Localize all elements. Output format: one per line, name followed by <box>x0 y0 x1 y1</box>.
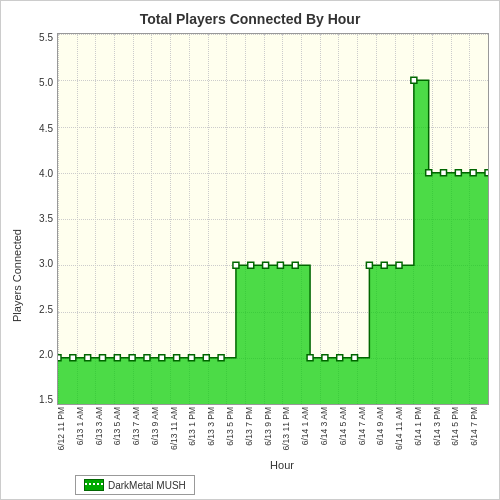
svg-rect-3 <box>99 355 105 361</box>
x-tick: 6/14 5 AM <box>339 407 348 445</box>
svg-rect-23 <box>396 262 402 268</box>
svg-rect-21 <box>366 262 372 268</box>
svg-rect-22 <box>381 262 387 268</box>
svg-rect-9 <box>188 355 194 361</box>
x-tick: 6/13 7 AM <box>132 407 141 445</box>
x-tick: 6/13 9 AM <box>151 407 160 445</box>
x-axis-label: Hour <box>29 459 489 471</box>
y-axis-label: Players Connected <box>11 33 29 499</box>
svg-rect-27 <box>455 170 461 176</box>
x-tick: 6/14 5 PM <box>451 407 460 446</box>
y-tick: 4.0 <box>39 169 53 179</box>
svg-rect-26 <box>441 170 447 176</box>
svg-rect-12 <box>233 262 239 268</box>
svg-rect-28 <box>470 170 476 176</box>
x-tick: 6/13 3 AM <box>95 407 104 445</box>
x-tick: 6/13 11 PM <box>282 407 291 450</box>
y-tick: 2.0 <box>39 350 53 360</box>
svg-rect-13 <box>248 262 254 268</box>
x-tick: 6/14 7 PM <box>470 407 479 446</box>
x-tick: 6/13 3 PM <box>207 407 216 446</box>
svg-rect-1 <box>70 355 76 361</box>
legend-icon <box>84 479 104 491</box>
y-tick: 5.0 <box>39 78 53 88</box>
y-tick: 5.5 <box>39 33 53 43</box>
chart-title: Total Players Connected By Hour <box>140 11 361 27</box>
svg-rect-25 <box>426 170 432 176</box>
svg-rect-2 <box>85 355 91 361</box>
x-ticks: 6/12 11 PM6/13 1 AM6/13 3 AM6/13 5 AM6/1… <box>57 407 489 457</box>
svg-rect-19 <box>337 355 343 361</box>
y-tick: 2.5 <box>39 305 53 315</box>
x-tick: 6/14 1 AM <box>301 407 310 445</box>
y-tick: 3.0 <box>39 259 53 269</box>
plot-area <box>57 33 489 405</box>
svg-rect-7 <box>159 355 165 361</box>
svg-rect-15 <box>277 262 283 268</box>
x-tick: 6/13 5 AM <box>113 407 122 445</box>
svg-rect-5 <box>129 355 135 361</box>
svg-rect-4 <box>114 355 120 361</box>
x-ticks-row: 6/12 11 PM6/13 1 AM6/13 3 AM6/13 5 AM6/1… <box>29 407 489 457</box>
x-tick: 6/14 3 AM <box>320 407 329 445</box>
y-tick: 4.5 <box>39 124 53 134</box>
plot-area-wrapper: 5.55.04.54.03.53.02.52.01.5 <box>29 33 489 405</box>
x-tick: 6/14 1 PM <box>414 407 423 446</box>
svg-rect-14 <box>263 262 269 268</box>
x-tick: 6/13 5 PM <box>226 407 235 446</box>
svg-rect-16 <box>292 262 298 268</box>
chart-body: Players Connected 5.55.04.54.03.53.02.52… <box>11 33 489 499</box>
svg-rect-11 <box>218 355 224 361</box>
svg-rect-24 <box>411 77 417 83</box>
chart-svg <box>58 34 488 404</box>
x-tick: 6/14 7 AM <box>358 407 367 445</box>
x-tick: 6/13 11 AM <box>170 407 179 450</box>
x-tick: 6/14 9 AM <box>376 407 385 445</box>
x-ticks-spacer <box>29 407 57 457</box>
svg-rect-18 <box>322 355 328 361</box>
y-ticks: 5.55.04.54.03.53.02.52.01.5 <box>29 33 57 405</box>
y-tick: 1.5 <box>39 395 53 405</box>
svg-rect-10 <box>203 355 209 361</box>
x-tick: 6/14 11 AM <box>395 407 404 450</box>
svg-rect-17 <box>307 355 313 361</box>
svg-rect-20 <box>352 355 358 361</box>
legend-label: DarkMetal MUSH <box>108 480 186 491</box>
x-tick: 6/13 1 AM <box>76 407 85 445</box>
svg-rect-8 <box>174 355 180 361</box>
x-tick: 6/14 3 PM <box>433 407 442 446</box>
grid-line-v <box>488 34 489 404</box>
chart-inner: 5.55.04.54.03.53.02.52.01.5 6/12 11 PM6/… <box>29 33 489 499</box>
x-tick: 6/13 1 PM <box>188 407 197 446</box>
y-tick: 3.5 <box>39 214 53 224</box>
svg-rect-6 <box>144 355 150 361</box>
legend-area: DarkMetal MUSH <box>75 475 195 495</box>
x-tick: 6/13 9 PM <box>264 407 273 446</box>
svg-rect-0 <box>58 355 61 361</box>
x-tick: 6/13 7 PM <box>245 407 254 446</box>
x-tick: 6/12 11 PM <box>57 407 66 450</box>
svg-rect-29 <box>485 170 488 176</box>
chart-container: Total Players Connected By Hour Players … <box>0 0 500 500</box>
grid-line-h <box>58 404 488 405</box>
